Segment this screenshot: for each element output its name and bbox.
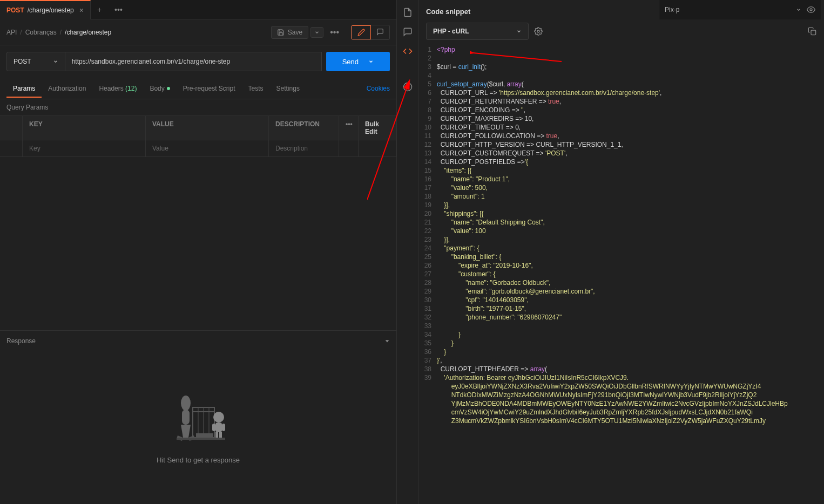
- bulk-edit-button[interactable]: Bulk Edit: [359, 116, 396, 140]
- tab-title: /charge/onestep: [28, 6, 74, 14]
- svg-rect-16: [196, 433, 213, 438]
- empty-state-text: Hit Send to get a response: [157, 456, 240, 464]
- tab-tests[interactable]: Tests: [242, 79, 270, 98]
- svg-rect-13: [215, 432, 218, 438]
- documentation-icon[interactable]: [403, 8, 413, 17]
- eye-icon[interactable]: [807, 5, 815, 14]
- svg-marker-8: [181, 425, 191, 438]
- key-input[interactable]: Key: [23, 140, 146, 156]
- col-key: KEY: [23, 116, 146, 140]
- svg-rect-10: [215, 423, 222, 432]
- svg-point-6: [181, 396, 191, 411]
- select-all-checkbox[interactable]: [0, 116, 23, 140]
- svg-rect-14: [219, 432, 222, 438]
- chevron-down-icon: [796, 7, 801, 12]
- tab-params[interactable]: Params: [6, 79, 42, 98]
- request-tabs: Params Authorization Headers (12) Body P…: [0, 78, 396, 99]
- environment-selector[interactable]: Pix-p: [659, 0, 821, 19]
- chevron-down-icon: [516, 29, 522, 34]
- svg-rect-15: [177, 438, 225, 440]
- svg-rect-11: [212, 424, 215, 431]
- breadcrumb-current: /charge/onestep: [65, 29, 111, 36]
- query-params-table: KEY VALUE DESCRIPTION ••• Bulk Edit Key …: [0, 115, 396, 157]
- breadcrumb-folder[interactable]: Cobranças: [25, 29, 57, 36]
- tab-body[interactable]: Body: [143, 79, 176, 98]
- info-mode-icon[interactable]: [371, 25, 389, 39]
- language-value: PHP - cURL: [433, 28, 469, 35]
- send-label: Send: [342, 58, 359, 66]
- save-button[interactable]: Save: [271, 26, 308, 39]
- code-snippet-icon[interactable]: [403, 46, 413, 56]
- send-button[interactable]: Send: [326, 52, 390, 71]
- tab-settings[interactable]: Settings: [270, 79, 306, 98]
- tab-authorization[interactable]: Authorization: [42, 79, 92, 98]
- response-section: Response: [0, 330, 396, 504]
- tabs-bar: POST /charge/onestep × + •••: [0, 0, 396, 19]
- svg-rect-12: [222, 424, 225, 431]
- svg-rect-21: [811, 30, 816, 35]
- language-select[interactable]: PHP - cURL: [426, 23, 529, 40]
- tab-method: POST: [6, 6, 24, 14]
- snippet-title: Code snippet: [426, 8, 470, 16]
- cookies-link[interactable]: Cookies: [367, 85, 390, 92]
- tab-headers[interactable]: Headers (12): [92, 79, 143, 98]
- close-icon[interactable]: ×: [79, 6, 84, 15]
- url-value: https://sandbox.gerencianet.com.br/v1/ch…: [72, 58, 231, 65]
- url-input[interactable]: https://sandbox.gerencianet.com.br/v1/ch…: [65, 52, 322, 71]
- col-value: VALUE: [146, 116, 269, 140]
- svg-point-9: [213, 412, 224, 423]
- more-tabs-icon[interactable]: •••: [108, 5, 129, 14]
- description-input[interactable]: Description: [269, 140, 339, 156]
- environment-name: Pix-p: [665, 6, 679, 13]
- tab-prerequest[interactable]: Pre-request Script: [177, 79, 242, 98]
- request-tab[interactable]: POST /charge/onestep ×: [0, 0, 91, 19]
- response-title: Response: [6, 337, 36, 345]
- svg-point-20: [537, 30, 539, 32]
- copy-icon[interactable]: [808, 27, 816, 36]
- chevron-down-icon: [53, 59, 58, 64]
- url-bar: POST https://sandbox.gerencianet.com.br/…: [0, 45, 396, 78]
- col-options-icon[interactable]: •••: [339, 116, 359, 140]
- response-collapse-icon[interactable]: [384, 338, 390, 344]
- comment-mode-icon[interactable]: [352, 25, 371, 39]
- save-label: Save: [288, 29, 302, 36]
- query-params-heading: Query Params: [0, 99, 396, 115]
- svg-point-22: [810, 9, 812, 11]
- col-description: DESCRIPTION: [269, 116, 339, 140]
- breadcrumb-api[interactable]: API: [6, 29, 17, 36]
- code-editor[interactable]: 1<?php23$curl = curl_init();45curl_setop…: [418, 45, 824, 504]
- save-dropdown-icon[interactable]: [310, 27, 323, 38]
- info-icon[interactable]: [403, 82, 413, 92]
- method-value: POST: [13, 58, 31, 65]
- method-select[interactable]: POST: [6, 52, 65, 71]
- chevron-down-icon: [368, 59, 374, 64]
- breadcrumb: API / Cobranças / /charge/onestep: [6, 29, 111, 36]
- add-tab-icon[interactable]: +: [91, 5, 108, 14]
- context-sidebar: [397, 0, 418, 504]
- toolbar: API / Cobranças / /charge/onestep Save •…: [0, 19, 396, 45]
- svg-rect-7: [182, 410, 190, 425]
- gear-icon[interactable]: [534, 27, 543, 36]
- comments-icon[interactable]: [403, 27, 413, 37]
- value-input[interactable]: Value: [146, 140, 269, 156]
- empty-state-illustration: [166, 391, 231, 445]
- svg-marker-0: [386, 340, 389, 342]
- more-actions-icon[interactable]: •••: [326, 25, 343, 39]
